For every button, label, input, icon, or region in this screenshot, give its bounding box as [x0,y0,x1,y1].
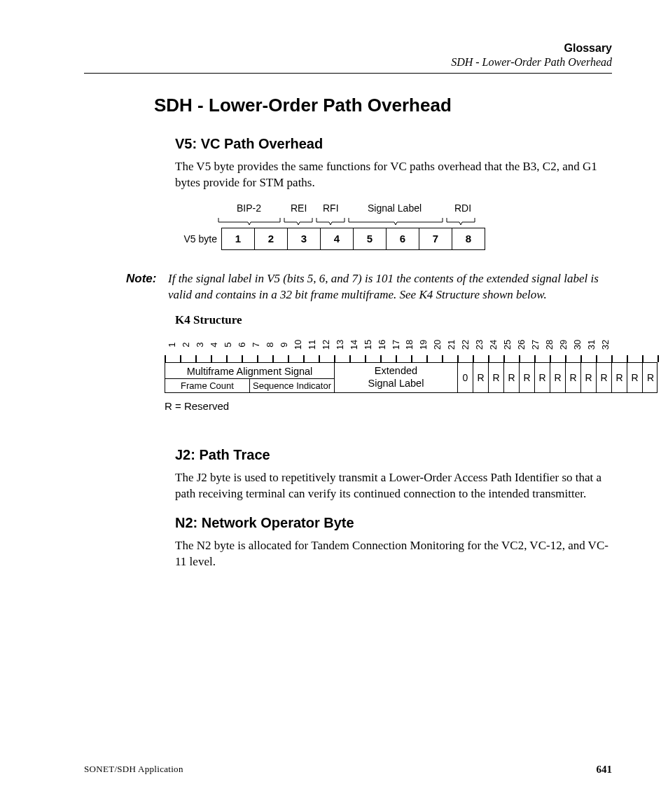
v5-label-signal: Signal Label [368,202,422,214]
k4-cell: R [643,363,658,392]
j2-heading: J2: Path Trace [175,447,612,463]
k4-cell: R [566,363,581,392]
page-heading: SDH - Lower-Order Path Overhead [154,95,612,116]
v5-label-rdi: RDI [454,202,471,214]
k4-cell: R [473,363,489,392]
header-subtitle: SDH - Lower-Order Path Overhead [84,56,612,69]
k4-title: K4 Structure [175,313,612,327]
n2-text: The N2 byte is allocated for Tandem Conn… [175,538,612,570]
v5-heading: V5: VC Path Overhead [175,136,612,152]
v5-bit-cell: 4 [321,228,354,250]
k4-cell: R [612,363,627,392]
k4-cell: R [520,363,535,392]
k4-framecount-label: Frame Count [165,379,250,392]
note-text: If the signal label in V5 (bits 5, 6, an… [168,271,612,303]
v5-row-label: V5 byte [175,233,221,245]
k4-bit-number: 32 [596,338,614,352]
v5-bit-cell: 3 [288,228,321,250]
v5-diagram: BIP-2 REI RFI Signal Label RDI V5 byte 1… [175,202,612,250]
v5-bit-cell: 8 [452,228,485,250]
v5-bit-cell: 6 [387,228,419,250]
j2-text: The J2 byte is used to repetitively tran… [175,470,612,502]
k4-cell: R [627,363,643,392]
v5-bit-cell: 5 [354,228,387,250]
k4-legend: R = Reserved [165,400,612,412]
k4-mas-label: Multiframe Alignment Signal [165,363,334,378]
header-title: Glossary [84,42,612,55]
v5-bit-cell: 7 [419,228,452,250]
footer-page: 641 [597,764,613,776]
header-rule [84,73,612,74]
footer-app: SONET/SDH Application [84,764,183,776]
v5-label-bip2: BIP-2 [237,202,261,214]
k4-cell: R [504,363,520,392]
k4-diagram: 1234567891011121314151617181920212223242… [165,336,612,412]
note-label: Note: [126,271,168,303]
k4-esl-label: ExtendedSignal Label [335,363,458,392]
v5-label-rei: REI [291,202,307,214]
v5-label-rfi: RFI [323,202,339,214]
k4-cell: R [489,363,504,392]
k4-seqind-label: Sequence Indicator [250,379,334,392]
k4-cell: R [597,363,612,392]
k4-cell: 0 [458,363,473,392]
v5-text: The V5 byte provides the same functions … [175,159,612,191]
k4-cell: R [535,363,550,392]
v5-bit-cell: 1 [221,228,255,250]
n2-heading: N2: Network Operator Byte [175,515,612,531]
k4-cell: R [581,363,597,392]
v5-bit-cell: 2 [255,228,288,250]
k4-cell: R [550,363,566,392]
